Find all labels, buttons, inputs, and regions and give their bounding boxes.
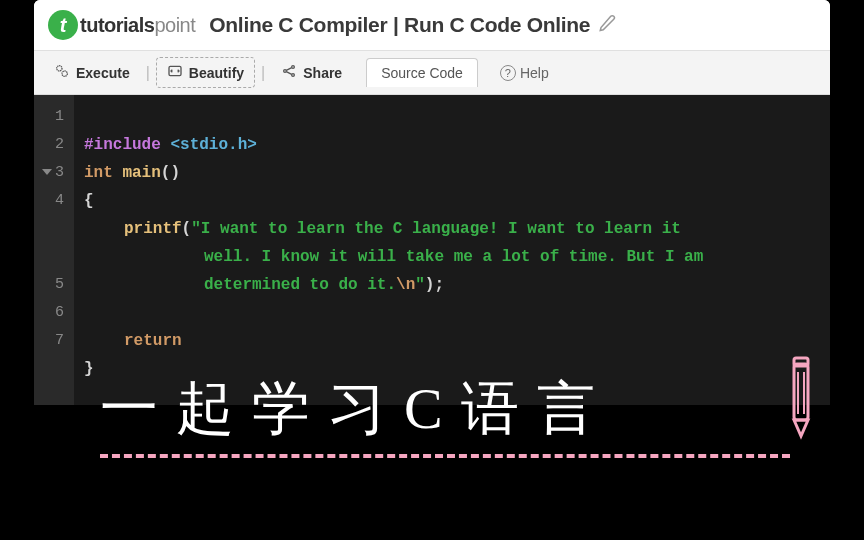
- share-icon: [281, 63, 297, 82]
- logo[interactable]: t tutorialspoint: [48, 10, 195, 40]
- svg-point-4: [292, 66, 295, 69]
- underline: [100, 454, 790, 458]
- code-editor[interactable]: 1 2 3 4 5 6 7 #include <stdio.h> int mai…: [34, 95, 830, 405]
- beautify-button[interactable]: Beautify: [156, 57, 255, 88]
- help-button[interactable]: ? Help: [490, 60, 559, 86]
- help-icon: ?: [500, 65, 516, 81]
- header: t tutorialspoint Online C Compiler | Run…: [34, 0, 830, 51]
- execute-button[interactable]: Execute: [44, 58, 140, 87]
- svg-point-0: [57, 66, 62, 71]
- tab-source-code[interactable]: Source Code: [366, 58, 478, 87]
- share-button[interactable]: Share: [271, 58, 352, 87]
- gears-icon: [54, 63, 70, 82]
- logo-text: tutorialspoint: [80, 14, 195, 37]
- toolbar: Execute | Beautify | Share Source Code ?…: [34, 51, 830, 95]
- divider: |: [146, 64, 150, 82]
- svg-point-3: [284, 70, 287, 73]
- line-gutter: 1 2 3 4 5 6 7: [34, 95, 74, 405]
- code-icon: [167, 63, 183, 82]
- divider: |: [261, 64, 265, 82]
- page-title: Online C Compiler | Run C Code Online: [209, 13, 616, 37]
- svg-point-1: [62, 71, 67, 76]
- code-content[interactable]: #include <stdio.h> int main() { printf("…: [74, 95, 713, 405]
- logo-icon: t: [48, 10, 78, 40]
- svg-point-5: [292, 74, 295, 77]
- edit-icon[interactable]: [598, 14, 616, 37]
